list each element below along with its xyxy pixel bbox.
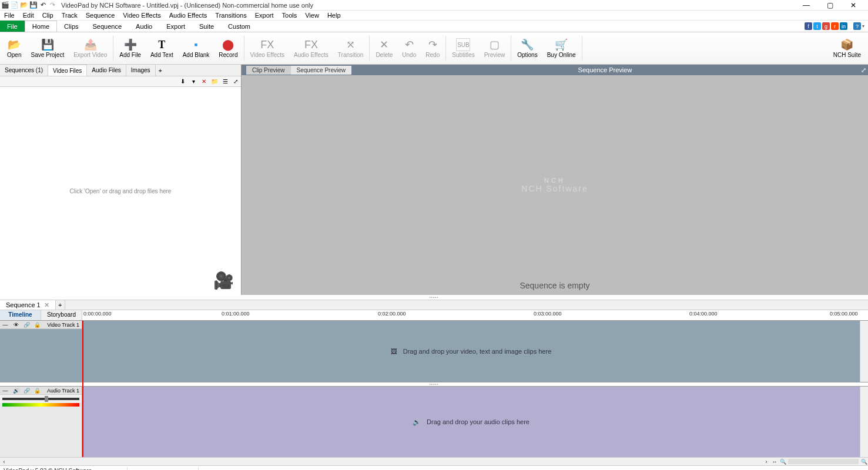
media-list-button[interactable]: ☰ bbox=[220, 76, 230, 86]
preview-expand-button[interactable]: ⤢ bbox=[859, 66, 868, 74]
clip-preview-tab[interactable]: Clip Preview bbox=[246, 66, 291, 75]
undo-button[interactable]: ↶Undo bbox=[397, 37, 421, 59]
media-tab-video[interactable]: Video Files bbox=[48, 65, 87, 76]
media-sort-button[interactable]: ⬇ bbox=[177, 76, 188, 86]
playhead[interactable] bbox=[82, 321, 83, 457]
minimize-button[interactable]: — bbox=[797, 0, 815, 11]
open-button[interactable]: 📂Open bbox=[2, 37, 26, 59]
hscroll-right[interactable]: › bbox=[762, 458, 770, 465]
facebook-icon[interactable]: f bbox=[805, 22, 812, 30]
add-text-button[interactable]: TAdd Text bbox=[146, 37, 178, 59]
audio-track-drop-area[interactable]: 🔊 Drag and drop your audio clips here bbox=[82, 387, 860, 457]
video-track-name: Video Track 1 bbox=[42, 322, 82, 328]
menu-transitions[interactable]: Transitions bbox=[211, 12, 250, 19]
menu-view[interactable]: View bbox=[301, 12, 323, 19]
media-expand-button[interactable]: ⤢ bbox=[230, 76, 241, 86]
ribbon-tab-clips[interactable]: Clips bbox=[57, 21, 85, 32]
track-splitter[interactable]: ••••• bbox=[0, 382, 868, 387]
status-expand-icon[interactable]: ▲ bbox=[398, 468, 404, 471]
media-tab-sequences[interactable]: Sequences (1) bbox=[0, 65, 48, 76]
track-mute-button[interactable]: 🔊 bbox=[11, 388, 21, 394]
linkedin-icon[interactable]: in bbox=[840, 22, 847, 30]
timeline-hscroll[interactable]: ‹ › ↔ 🔍 🔍 bbox=[0, 457, 868, 465]
timeline-ruler[interactable]: 0:00:00.000 0:01:00.000 0:02:00.000 0:03… bbox=[82, 310, 868, 320]
save-project-button[interactable]: 💾Save Project bbox=[26, 37, 69, 59]
sequence-tab-1[interactable]: Sequence 1 ✕ bbox=[0, 300, 56, 310]
zoom-out-button[interactable]: 🔍 bbox=[779, 458, 787, 465]
ribbon-tabs: File Home Clips Sequence Audio Export Su… bbox=[0, 21, 868, 32]
menu-export[interactable]: Export bbox=[251, 12, 278, 19]
hscroll-left[interactable]: ‹ bbox=[0, 458, 8, 465]
undo-icon[interactable]: ↶ bbox=[39, 1, 47, 9]
zoom-fit-button[interactable]: ↔ bbox=[770, 458, 779, 465]
video-track-drop-area[interactable]: 🖼 Drag and drop your video, text and ima… bbox=[82, 321, 860, 382]
ribbon-tab-suite[interactable]: Suite bbox=[192, 21, 221, 32]
open-icon[interactable]: 📂 bbox=[20, 1, 28, 9]
ribbon-tab-home[interactable]: Home bbox=[25, 21, 57, 32]
menu-tools[interactable]: Tools bbox=[278, 12, 301, 19]
redo-icon[interactable]: ↷ bbox=[48, 1, 56, 9]
audio-effects-button[interactable]: FXAudio Effects bbox=[289, 37, 333, 59]
record-button[interactable]: ⬤Record bbox=[214, 37, 242, 59]
transition-button[interactable]: ⤧Transition bbox=[333, 37, 368, 59]
add-blank-button[interactable]: ▪Add Blank bbox=[178, 37, 215, 59]
menu-sequence[interactable]: Sequence bbox=[82, 12, 119, 19]
menu-audio-effects[interactable]: Audio Effects bbox=[165, 12, 212, 19]
media-drop-area[interactable]: Click 'Open' or drag and drop files here… bbox=[0, 87, 241, 295]
help-icon[interactable]: ? bbox=[853, 22, 861, 30]
track-link-button[interactable]: 🔗 bbox=[21, 388, 32, 394]
save-icon[interactable]: 💾 bbox=[29, 1, 38, 9]
ribbon-tab-file[interactable]: File bbox=[0, 21, 25, 32]
media-delete-button[interactable]: ✕ bbox=[199, 76, 209, 86]
preview-button[interactable]: ▢Preview bbox=[480, 37, 510, 59]
audio-track-scrollbar[interactable] bbox=[860, 387, 868, 457]
video-track-scrollbar[interactable] bbox=[860, 321, 868, 382]
menu-track[interactable]: Track bbox=[58, 12, 82, 19]
media-sort-dropdown[interactable]: ▾ bbox=[188, 76, 199, 86]
media-tab-audio[interactable]: Audio Files bbox=[87, 65, 126, 76]
help-dropdown-icon[interactable]: ▾ bbox=[862, 24, 864, 29]
sequence-tab-close[interactable]: ✕ bbox=[44, 301, 49, 309]
menu-edit[interactable]: Edit bbox=[19, 12, 38, 19]
redo-button[interactable]: ↷Redo bbox=[421, 37, 444, 59]
reddit-icon[interactable]: r bbox=[831, 22, 839, 30]
nch-suite-button[interactable]: 📦NCH Suite bbox=[829, 37, 866, 59]
media-tab-images[interactable]: Images bbox=[126, 65, 156, 76]
add-file-button[interactable]: ➕Add File bbox=[115, 37, 146, 59]
track-collapse-button[interactable]: — bbox=[0, 322, 11, 328]
options-button[interactable]: 🔧Options bbox=[512, 37, 542, 59]
export-video-button[interactable]: 📤Export Video bbox=[69, 37, 112, 59]
zoom-in-button[interactable]: 🔍 bbox=[860, 458, 868, 465]
timeline-view-tab[interactable]: Timeline bbox=[0, 310, 41, 320]
track-visibility-button[interactable]: 👁 bbox=[11, 322, 21, 328]
track-lock-button[interactable]: 🔒 bbox=[32, 322, 42, 328]
menu-file[interactable]: File bbox=[0, 12, 19, 19]
ribbon-tab-custom[interactable]: Custom bbox=[221, 21, 257, 32]
ribbon-tab-export[interactable]: Export bbox=[159, 21, 192, 32]
menu-video-effects[interactable]: Video Effects bbox=[119, 12, 165, 19]
audio-volume-slider[interactable] bbox=[0, 395, 82, 403]
media-add-button[interactable]: 📁 bbox=[209, 76, 220, 86]
ribbon-tab-audio[interactable]: Audio bbox=[129, 21, 159, 32]
subtitles-button[interactable]: SUBSubtitles bbox=[447, 37, 479, 59]
sequence-tab-add[interactable]: + bbox=[56, 300, 65, 310]
googleplus-icon[interactable]: g bbox=[822, 22, 830, 30]
new-icon[interactable]: 📄 bbox=[11, 1, 19, 9]
track-collapse-button[interactable]: — bbox=[0, 388, 11, 394]
maximize-button[interactable]: ▢ bbox=[821, 0, 839, 11]
close-button[interactable]: ✕ bbox=[844, 0, 862, 11]
main-splitter[interactable]: ••••• bbox=[0, 295, 868, 300]
sequence-preview-tab[interactable]: Sequence Preview bbox=[291, 66, 351, 75]
video-effects-button[interactable]: FXVideo Effects bbox=[246, 37, 290, 59]
track-lock-button[interactable]: 🔒 bbox=[32, 388, 42, 394]
track-link-button[interactable]: 🔗 bbox=[21, 322, 32, 328]
ribbon-tab-sequence[interactable]: Sequence bbox=[86, 21, 129, 32]
menu-help[interactable]: Help bbox=[323, 12, 345, 19]
menu-clip[interactable]: Clip bbox=[38, 12, 58, 19]
delete-button[interactable]: ✕Delete bbox=[371, 37, 397, 59]
zoom-slider[interactable] bbox=[788, 459, 859, 464]
media-tab-add[interactable]: + bbox=[156, 65, 165, 76]
twitter-icon[interactable]: t bbox=[813, 22, 821, 30]
buy-online-button[interactable]: 🛒Buy Online bbox=[542, 37, 581, 59]
storyboard-view-tab[interactable]: Storyboard bbox=[41, 310, 82, 320]
